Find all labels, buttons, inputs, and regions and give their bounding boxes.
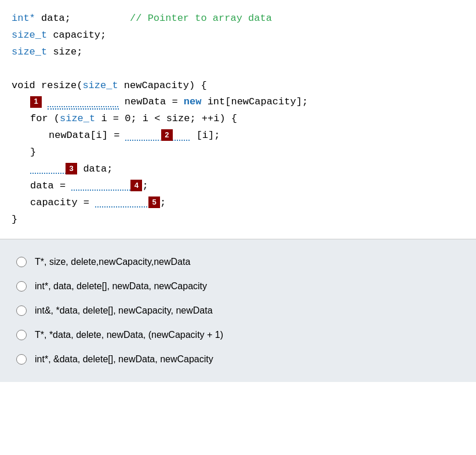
option-item-1[interactable]: T*, size, delete,newCapacity,newData <box>14 250 462 274</box>
code-line-9: } <box>12 144 464 161</box>
option-label-5: int*, &data, delete[], newData, newCapac… <box>35 354 213 365</box>
option-item-2[interactable]: int*, data, delete[], newData, newCapaci… <box>14 274 462 299</box>
radio-opt2[interactable] <box>16 281 27 292</box>
option-label-1: T*, size, delete,newCapacity,newData <box>35 257 190 267</box>
code-line-blank <box>12 61 464 78</box>
comment: // Pointer to array data <box>130 10 272 27</box>
badge-1: 1 <box>30 96 42 108</box>
code-line-2: size_t capacity; <box>12 27 464 44</box>
option-label-3: int&, *data, delete[], newCapacity, newD… <box>35 305 213 316</box>
badge-5: 5 <box>148 196 160 208</box>
option-label-2: int*, data, delete[], newData, newCapaci… <box>35 281 207 292</box>
code-block: int* data; // Pointer to array data size… <box>0 0 476 239</box>
radio-opt5[interactable] <box>16 354 27 365</box>
badge-4: 4 <box>130 180 142 191</box>
radio-opt1[interactable] <box>16 257 27 267</box>
option-item-5[interactable]: int*, &data, delete[], newData, newCapac… <box>14 347 462 372</box>
badge-2: 2 <box>161 129 173 141</box>
radio-opt4[interactable] <box>16 330 27 340</box>
code-line-1: int* data; // Pointer to array data <box>12 10 464 27</box>
code-line-7: for (size_t i = 0; i < size; ++i) { <box>12 111 464 128</box>
option-label-4: T*, *data, delete, newData, (newCapacity… <box>35 330 223 340</box>
code-line-12: capacity = 5; <box>12 195 464 212</box>
type-keyword: int* <box>12 10 35 27</box>
code-line-5: void resize(size_t newCapacity) { <box>12 78 464 94</box>
code-line-6: 1 newData = new int[newCapacity]; <box>12 94 464 111</box>
code-line-8: newData[i] = 2 [i]; <box>12 128 464 144</box>
code-line-13: } <box>12 212 464 228</box>
code-line-10: 3 data; <box>12 161 464 178</box>
code-line-3: size_t size; <box>12 44 464 61</box>
radio-opt3[interactable] <box>16 305 27 316</box>
code-line-11: data = 4; <box>12 178 464 195</box>
options-section: T*, size, delete,newCapacity,newData int… <box>0 239 476 382</box>
badge-3: 3 <box>66 163 77 174</box>
option-item-4[interactable]: T*, *data, delete, newData, (newCapacity… <box>14 323 462 347</box>
option-item-3[interactable]: int&, *data, delete[], newCapacity, newD… <box>14 299 462 323</box>
